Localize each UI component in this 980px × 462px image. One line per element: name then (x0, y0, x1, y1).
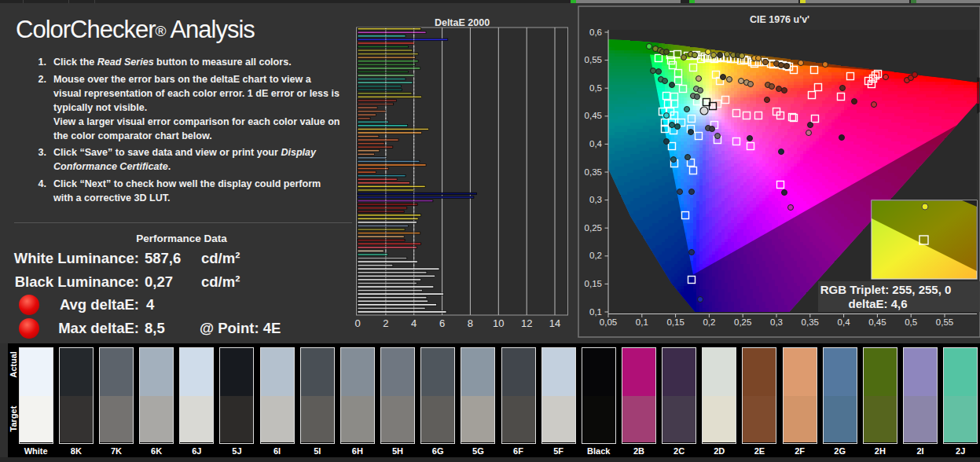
svg-text:0,55: 0,55 (585, 55, 602, 64)
svg-text:0,1: 0,1 (589, 307, 602, 317)
svg-text:CIE 1976 u'v': CIE 1976 u'v' (750, 14, 809, 25)
svg-text:0,15: 0,15 (666, 317, 684, 327)
svg-text:DeltaE 2000: DeltaE 2000 (435, 17, 490, 28)
svg-text:0,5: 0,5 (905, 317, 917, 327)
svg-text:0,35: 0,35 (585, 167, 602, 177)
svg-text:4: 4 (411, 317, 417, 329)
svg-text:0,3: 0,3 (589, 195, 602, 204)
svg-text:0,5: 0,5 (589, 83, 602, 93)
svg-text:0,6: 0,6 (589, 28, 602, 37)
svg-text:0,45: 0,45 (585, 111, 602, 120)
svg-text:deltaE: 4,6: deltaE: 4,6 (848, 297, 907, 310)
svg-text:8: 8 (468, 317, 473, 329)
svg-text:0,25: 0,25 (585, 223, 602, 233)
svg-text:10: 10 (493, 317, 504, 329)
svg-text:0,35: 0,35 (802, 317, 819, 327)
svg-text:0,05: 0,05 (600, 317, 617, 327)
svg-text:2: 2 (383, 317, 388, 329)
svg-text:12: 12 (521, 317, 532, 329)
svg-text:0,2: 0,2 (589, 251, 602, 260)
svg-text:14: 14 (549, 317, 560, 329)
svg-text:0: 0 (354, 317, 360, 329)
svg-text:0,25: 0,25 (734, 317, 751, 327)
svg-text:0,1: 0,1 (636, 317, 648, 327)
svg-text:RGB Triplet: 255, 255, 0: RGB Triplet: 255, 255, 0 (820, 283, 952, 296)
svg-text:0,2: 0,2 (703, 317, 715, 327)
svg-text:0,4: 0,4 (589, 139, 603, 148)
svg-text:0,3: 0,3 (770, 317, 783, 327)
svg-text:0,4: 0,4 (838, 317, 851, 327)
svg-text:0,15: 0,15 (585, 279, 602, 288)
svg-text:0,45: 0,45 (868, 317, 886, 327)
svg-text:0,55: 0,55 (936, 317, 953, 327)
svg-text:6: 6 (439, 317, 445, 329)
